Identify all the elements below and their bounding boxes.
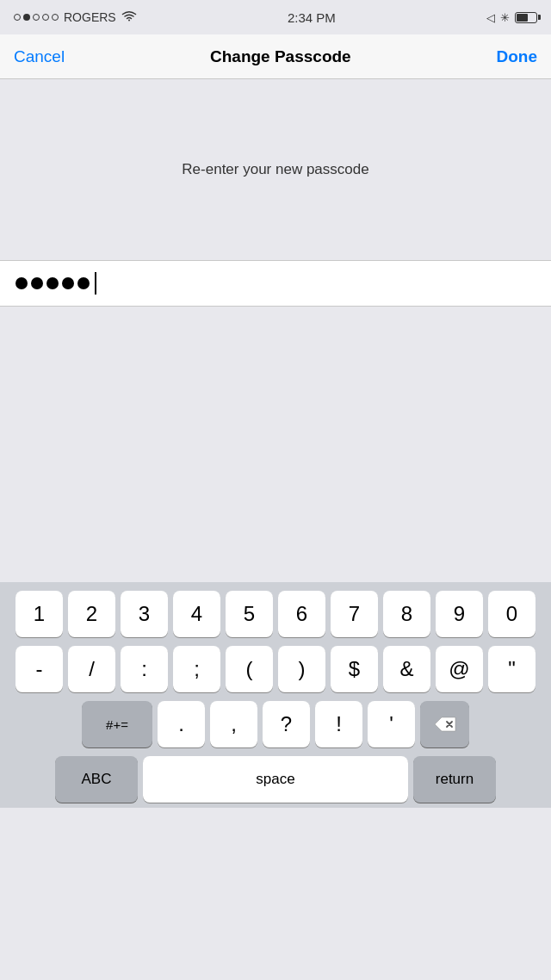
key-close-paren[interactable]: ): [278, 646, 325, 692]
key-slash[interactable]: /: [68, 646, 115, 692]
passcode-dot-4: [62, 277, 74, 289]
done-button[interactable]: Done: [496, 47, 537, 66]
status-time: 2:34 PM: [288, 10, 336, 25]
status-right: ◁ ✳: [486, 11, 537, 24]
wifi-icon: [121, 10, 137, 25]
prompt-text: Re-enter your new passcode: [182, 161, 368, 178]
passcode-dot-1: [15, 277, 28, 289]
key-6[interactable]: 6: [278, 591, 325, 637]
passcode-dot-5: [77, 277, 90, 289]
keyboard-row-bottom: ABC space return: [3, 756, 548, 808]
key-period[interactable]: .: [158, 701, 205, 747]
content-area: Re-enter your new passcode: [0, 79, 551, 582]
keyboard: 1 2 3 4 5 6 7 8 9 0 - / : ; ( ) $ & @ " …: [0, 582, 551, 808]
battery-icon: [515, 12, 537, 23]
signal-dot-4: [42, 14, 49, 21]
keyboard-row-3: #+= . , ? ! ': [3, 701, 548, 747]
key-open-paren[interactable]: (: [226, 646, 273, 692]
key-quote[interactable]: ": [488, 646, 536, 692]
key-1[interactable]: 1: [15, 591, 63, 637]
key-question[interactable]: ?: [263, 701, 310, 747]
keyboard-row-numbers: 1 2 3 4 5 6 7 8 9 0: [3, 591, 548, 637]
key-dollar[interactable]: $: [331, 646, 378, 692]
key-3[interactable]: 3: [121, 591, 168, 637]
signal-dot-5: [52, 14, 59, 21]
status-left: ROGERS: [14, 10, 137, 25]
key-abc[interactable]: ABC: [55, 756, 138, 803]
key-comma[interactable]: ,: [210, 701, 257, 747]
keyboard-row-symbols: - / : ; ( ) $ & @ ": [3, 646, 548, 692]
prompt-section: Re-enter your new passcode: [0, 79, 551, 260]
key-ampersand[interactable]: &: [383, 646, 430, 692]
key-apostrophe[interactable]: ': [368, 701, 415, 747]
key-dash[interactable]: -: [15, 646, 63, 692]
key-exclaim[interactable]: !: [315, 701, 362, 747]
passcode-dots: [15, 272, 96, 295]
text-cursor: [95, 272, 96, 295]
backspace-icon: [433, 716, 457, 733]
key-0[interactable]: 0: [488, 591, 536, 637]
key-space[interactable]: space: [143, 756, 408, 803]
cancel-button[interactable]: Cancel: [14, 47, 65, 66]
key-9[interactable]: 9: [436, 591, 483, 637]
key-hashplus[interactable]: #+=: [82, 701, 152, 747]
key-return[interactable]: return: [413, 756, 496, 803]
key-4[interactable]: 4: [173, 591, 220, 637]
signal-dot-1: [14, 14, 21, 21]
bluetooth-icon: ✳: [500, 11, 510, 24]
signal-dots: [14, 14, 59, 21]
key-7[interactable]: 7: [331, 591, 378, 637]
signal-dot-2: [23, 14, 30, 21]
spacer: [0, 307, 551, 582]
key-8[interactable]: 8: [383, 591, 430, 637]
carrier-label: ROGERS: [64, 10, 116, 24]
key-colon[interactable]: :: [121, 646, 168, 692]
key-at[interactable]: @: [436, 646, 483, 692]
key-5[interactable]: 5: [226, 591, 273, 637]
location-icon: ◁: [486, 11, 495, 24]
signal-dot-3: [33, 14, 40, 21]
backspace-button[interactable]: [420, 701, 469, 747]
nav-bar: Cancel Change Passcode Done: [0, 34, 551, 79]
key-2[interactable]: 2: [68, 591, 115, 637]
passcode-dot-2: [31, 277, 43, 289]
passcode-input-row[interactable]: [0, 260, 551, 307]
passcode-dot-3: [46, 277, 59, 289]
status-bar: ROGERS 2:34 PM ◁ ✳: [0, 0, 551, 34]
battery-fill: [517, 14, 528, 22]
page-title: Change Passcode: [210, 47, 351, 66]
key-semicolon[interactable]: ;: [173, 646, 220, 692]
